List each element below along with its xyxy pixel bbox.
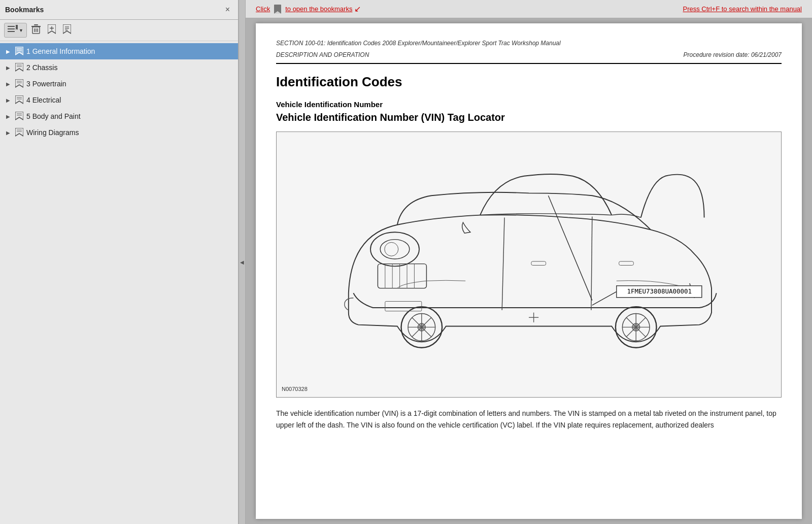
top-bar: Click to open the bookmarks ↙ Press Ctrl… [246, 0, 812, 18]
svg-rect-5 [34, 24, 38, 25]
bookmark-properties-button[interactable] [60, 23, 74, 38]
sidebar-item-label: 2 Chassis [26, 63, 57, 72]
diagram-caption: N0070328 [282, 386, 776, 392]
sidebar-item-item-1[interactable]: ▶1 General Information [0, 43, 238, 59]
sidebar-item-label: 5 Body and Paint [26, 112, 81, 120]
bookmark-list-icon [8, 25, 18, 36]
sidebar-item-label: 3 Powertrain [26, 80, 66, 88]
svg-rect-2 [8, 31, 15, 32]
vin-tag-locator-heading: Vehicle Identification Number (VIN) Tag … [276, 112, 782, 123]
sidebar: Bookmarks × ▼ [0, 0, 239, 524]
page-area: SECTION 100-01: Identification Codes 200… [256, 23, 802, 519]
svg-rect-70 [619, 261, 634, 266]
add-bookmark-button[interactable] [45, 23, 58, 38]
svg-point-37 [370, 233, 419, 267]
page-heading: Identification Codes [276, 74, 782, 90]
arrow-hint-icon: ↙ [354, 4, 361, 14]
sidebar-list: ▶1 General Information▶2 Chassis▶3 Power… [0, 41, 238, 524]
click-label: Click [256, 5, 270, 13]
section-meta-line2: DESCRIPTION AND OPERATION Procedure revi… [276, 50, 782, 60]
sidebar-item-item-5[interactable]: ▶5 Body and Paint [0, 108, 238, 124]
section-icon [15, 47, 23, 56]
svg-rect-0 [8, 26, 15, 27]
chevron-icon: ▶ [6, 97, 12, 103]
svg-line-68 [592, 292, 617, 306]
section-icon [15, 79, 23, 88]
svg-marker-3 [16, 25, 18, 30]
sidebar-item-label: 1 General Information [26, 47, 95, 55]
svg-line-62 [548, 196, 592, 301]
open-bookmarks-label: to open the bookmarks [285, 5, 352, 13]
main-content: Click to open the bookmarks ↙ Press Ctrl… [246, 0, 812, 524]
svg-line-61 [591, 217, 592, 310]
section-meta-line1: SECTION 100-01: Identification Codes 200… [276, 39, 782, 48]
chevron-icon: ▶ [6, 130, 12, 136]
chevron-icon: ▶ [6, 65, 12, 71]
bookmark-dropdown-button[interactable]: ▼ [4, 23, 27, 38]
svg-rect-1 [8, 28, 15, 29]
sidebar-header: Bookmarks × [0, 0, 238, 20]
sidebar-title: Bookmarks [5, 6, 44, 14]
dropdown-arrow-icon: ▼ [19, 28, 23, 33]
sidebar-item-item-6[interactable]: ▶Wiring Diagrams [0, 124, 238, 141]
body-text: The vehicle identification number (VIN) … [276, 408, 782, 431]
close-button[interactable]: × [222, 4, 233, 15]
sidebar-item-item-4[interactable]: ▶4 Electrical [0, 92, 238, 108]
vin-subheading: Vehicle Identification Number [276, 100, 782, 109]
svg-point-39 [385, 243, 398, 256]
chevron-icon: ▶ [6, 49, 12, 54]
search-hint-label: Press Ctrl+F to search within the manual [683, 5, 802, 13]
collapse-handle[interactable] [239, 0, 246, 524]
chevron-icon: ▶ [6, 81, 12, 87]
section-icon [15, 95, 23, 105]
svg-line-60 [502, 218, 504, 310]
svg-marker-23 [15, 79, 23, 87]
chevron-icon: ▶ [6, 114, 12, 119]
vehicle-diagram-container: 1FMEU73808UA00001 N0070328 [276, 132, 782, 398]
delete-bookmark-button[interactable] [29, 23, 43, 38]
svg-marker-26 [15, 95, 23, 104]
sidebar-item-label: Wiring Diagrams [26, 128, 79, 137]
svg-rect-69 [531, 261, 546, 266]
svg-marker-20 [15, 63, 23, 71]
sidebar-item-item-2[interactable]: ▶2 Chassis [0, 59, 238, 76]
section-icon [15, 112, 23, 121]
sidebar-item-label: 4 Electrical [26, 96, 61, 104]
section-divider [276, 63, 782, 64]
svg-marker-29 [15, 112, 23, 120]
svg-text:1FMEU73808UA00001: 1FMEU73808UA00001 [627, 288, 692, 296]
svg-rect-71 [385, 302, 422, 311]
vehicle-diagram-svg: 1FMEU73808UA00001 [282, 137, 776, 381]
bookmark-icon-hint [272, 4, 283, 14]
svg-marker-13 [63, 24, 71, 34]
section-icon [15, 63, 23, 72]
sidebar-item-item-3[interactable]: ▶3 Powertrain [0, 76, 238, 92]
sidebar-toolbar: ▼ [0, 20, 238, 41]
svg-marker-17 [15, 47, 23, 55]
open-bookmarks-hint: Click to open the bookmarks ↙ [256, 4, 361, 14]
svg-marker-32 [15, 128, 23, 136]
section-icon [15, 128, 23, 137]
